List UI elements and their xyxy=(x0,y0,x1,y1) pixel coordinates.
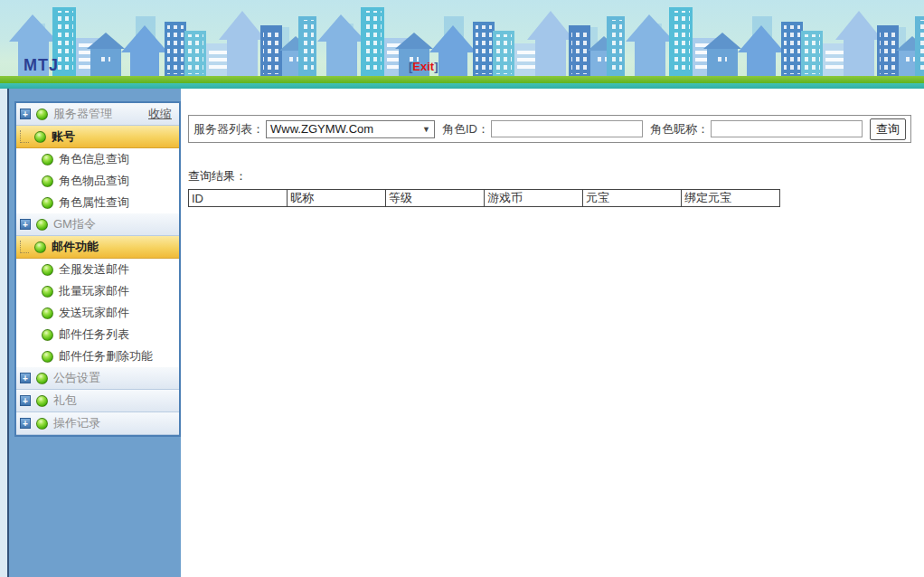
sidebar-group-server-management[interactable]: + 服务器管理 收缩 xyxy=(16,103,179,126)
nickname-input[interactable] xyxy=(711,120,863,137)
sidebar-edge-strip xyxy=(0,89,9,577)
green-orb-icon xyxy=(42,329,53,341)
server-list-label: 服务器列表： xyxy=(193,121,264,137)
server-select-value: Www.ZGYMW.Com xyxy=(270,122,373,136)
sidebar-item-mail-task-delete[interactable]: 邮件任务删除功能 xyxy=(16,345,179,367)
item-label: 角色属性查询 xyxy=(59,194,129,211)
results-title: 查询结果： xyxy=(188,168,924,184)
results-header-row: ID 昵称 等级 游戏币 元宝 绑定元宝 xyxy=(189,190,780,207)
content-area: 服务器列表： Www.ZGYMW.Com ▼ 角色ID： 角色昵称： 查询 查询… xyxy=(181,89,924,577)
header-banner: MTJ [Exit] xyxy=(0,0,924,89)
sidebar-group-announcement[interactable]: + 公告设置 xyxy=(16,367,179,390)
green-orb-icon xyxy=(34,241,46,253)
green-orb-icon xyxy=(42,307,53,319)
col-nickname: 昵称 xyxy=(288,190,386,207)
green-orb-icon xyxy=(36,219,48,231)
expand-plus-icon[interactable]: + xyxy=(20,109,31,119)
exit-bracket-right: ] xyxy=(434,60,438,73)
sidebar-item-mail-send-player[interactable]: 发送玩家邮件 xyxy=(16,302,179,324)
chevron-down-icon: ▼ xyxy=(422,125,430,134)
item-label: 角色物品查询 xyxy=(59,173,129,189)
green-orb-icon xyxy=(42,175,53,187)
sidebar-group-giftpack[interactable]: + 礼包 xyxy=(16,390,179,412)
green-orb-icon xyxy=(42,286,53,298)
server-select[interactable]: Www.ZGYMW.Com ▼ xyxy=(266,120,435,138)
sidebar-group-account[interactable]: 账号 xyxy=(16,126,179,148)
tree-branch-icon xyxy=(20,241,29,253)
col-game-coin: 游戏币 xyxy=(485,190,583,207)
role-id-label: 角色ID： xyxy=(442,121,489,137)
sidebar-item-role-attr-query[interactable]: 角色属性查询 xyxy=(16,192,179,213)
item-label: 发送玩家邮件 xyxy=(59,305,129,321)
main-area: + 服务器管理 收缩 账号 角色信息查询 角色物品查询 xyxy=(0,89,924,577)
results-table: ID 昵称 等级 游戏币 元宝 绑定元宝 xyxy=(188,189,780,207)
col-yuanbao: 元宝 xyxy=(583,190,682,207)
green-orb-icon xyxy=(34,131,46,143)
group-label: GM指令 xyxy=(53,216,96,232)
green-orb-icon xyxy=(42,351,53,363)
exit-link[interactable]: [Exit] xyxy=(409,60,438,73)
sidebar-item-role-item-query[interactable]: 角色物品查询 xyxy=(16,170,179,192)
col-level: 等级 xyxy=(386,190,485,207)
group-label: 公告设置 xyxy=(53,370,100,386)
group-label: 礼包 xyxy=(53,393,77,409)
sidebar-group-mail[interactable]: 邮件功能 xyxy=(16,236,179,259)
green-orb-icon xyxy=(36,395,48,407)
col-id: ID xyxy=(189,190,288,207)
exit-label: Exit xyxy=(412,60,434,73)
col-bound-yuanbao: 绑定元宝 xyxy=(682,190,780,207)
site-logo: MTJ xyxy=(24,56,59,75)
collapse-link[interactable]: 收缩 xyxy=(148,106,172,122)
group-label: 账号 xyxy=(52,128,75,145)
cityscape-illustration xyxy=(0,0,924,89)
query-form: 服务器列表： Www.ZGYMW.Com ▼ 角色ID： 角色昵称： 查询 xyxy=(188,115,911,143)
expand-plus-icon[interactable]: + xyxy=(20,418,31,429)
nickname-label: 角色昵称： xyxy=(650,121,709,137)
sidebar-item-role-info-query[interactable]: 角色信息查询 xyxy=(16,148,179,170)
query-button[interactable]: 查询 xyxy=(870,118,906,140)
expand-plus-icon[interactable]: + xyxy=(20,219,31,230)
expand-plus-icon[interactable]: + xyxy=(20,373,31,383)
green-orb-icon xyxy=(42,197,53,209)
sidebar-item-mail-batch-player[interactable]: 批量玩家邮件 xyxy=(16,280,179,302)
item-label: 角色信息查询 xyxy=(59,151,129,167)
group-label: 操作记录 xyxy=(53,415,100,431)
expand-plus-icon[interactable]: + xyxy=(20,395,31,406)
sidebar: + 服务器管理 收缩 账号 角色信息查询 角色物品查询 xyxy=(0,89,181,577)
role-id-input[interactable] xyxy=(491,120,643,137)
sidebar-item-mail-all-server[interactable]: 全服发送邮件 xyxy=(16,259,179,280)
item-label: 全服发送邮件 xyxy=(59,261,129,278)
green-orb-icon xyxy=(36,109,48,120)
group-label: 服务器管理 xyxy=(53,106,112,122)
green-orb-icon xyxy=(42,154,53,166)
green-orb-icon xyxy=(42,264,53,276)
item-label: 批量玩家邮件 xyxy=(59,283,129,299)
green-orb-icon xyxy=(36,373,48,384)
item-label: 邮件任务列表 xyxy=(59,326,129,343)
sidebar-group-operation-log[interactable]: + 操作记录 xyxy=(16,412,179,435)
page: MTJ [Exit] + 服务器管理 收缩 账号 xyxy=(0,0,924,577)
sidebar-item-mail-task-list[interactable]: 邮件任务列表 xyxy=(16,324,179,345)
green-orb-icon xyxy=(36,418,48,430)
sidebar-menu: + 服务器管理 收缩 账号 角色信息查询 角色物品查询 xyxy=(14,101,181,437)
tree-branch-icon xyxy=(20,130,29,143)
item-label: 邮件任务删除功能 xyxy=(59,348,153,364)
sidebar-group-gm-command[interactable]: + GM指令 xyxy=(16,213,179,236)
group-label: 邮件功能 xyxy=(52,239,99,255)
